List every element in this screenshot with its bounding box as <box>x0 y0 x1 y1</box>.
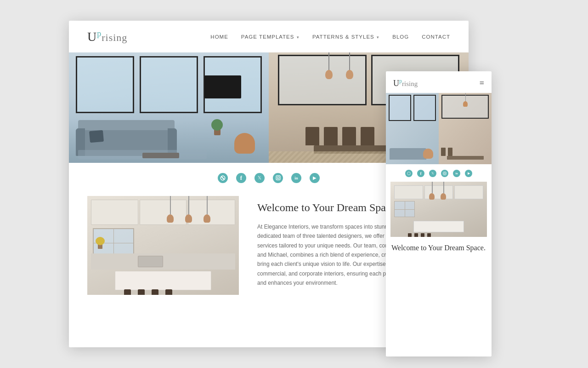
mobile-hero-right <box>439 93 492 164</box>
mobile-cabinet-3 <box>454 185 483 199</box>
nav-item-page-templates[interactable]: PAGE TEMPLATES ▾ <box>241 32 300 40</box>
mobile-twitter-icon[interactable]: 𝕏 <box>429 170 436 177</box>
nav-links: HOME PAGE TEMPLATES ▾ PATTERNS & STYLES … <box>210 32 450 40</box>
dropdown-arrow: ▾ <box>375 35 380 40</box>
wordpress-icon[interactable] <box>218 173 228 183</box>
mobile-logo-u: U <box>393 79 399 88</box>
mobile-wordpress-icon[interactable] <box>405 170 413 177</box>
nav-item-blog[interactable]: BLOG <box>392 32 409 40</box>
kitchen-image <box>87 196 239 295</box>
svg-point-4 <box>407 172 411 175</box>
mobile-youtube-icon[interactable]: ▶ <box>465 170 472 177</box>
mobile-logo[interactable]: Uprising <box>393 78 418 88</box>
mobile-upper-cabinets <box>394 185 483 199</box>
svg-point-3 <box>279 177 279 177</box>
mobile-navigation: Uprising ≡ <box>386 71 492 93</box>
mobile-mockup: Uprising ≡ <box>386 71 492 356</box>
instagram-icon[interactable] <box>273 173 283 183</box>
nav-link-page-templates[interactable]: PAGE TEMPLATES ▾ <box>241 34 300 40</box>
nav-item-patterns-styles[interactable]: PATTERNS & STYLES ▾ <box>312 32 379 40</box>
svg-rect-1 <box>276 176 280 180</box>
nav-link-patterns-styles[interactable]: PATTERNS & STYLES ▾ <box>312 34 379 40</box>
mobile-logo-rest: rising <box>402 80 418 87</box>
nav-link-blog[interactable]: BLOG <box>392 34 409 40</box>
mobile-hero-image <box>386 93 492 164</box>
logo-rest: rising <box>102 32 127 43</box>
nav-link-home[interactable]: HOME <box>210 34 228 40</box>
mobile-instagram-icon[interactable] <box>441 170 448 177</box>
nav-link-contact[interactable]: CONTACT <box>422 34 450 40</box>
mobile-facebook-icon[interactable]: f <box>417 170 424 177</box>
mobile-text-block: Welcome to Your Dream Space. <box>386 237 492 260</box>
mobile-chair <box>423 149 433 159</box>
mobile-sofa <box>390 148 426 160</box>
facebook-icon[interactable]: f <box>236 173 246 183</box>
mobile-social-row: f 𝕏 in ▶ <box>386 164 492 182</box>
dropdown-arrow: ▾ <box>295 35 300 40</box>
mobile-linkedin-icon[interactable]: in <box>453 170 460 177</box>
mobile-welcome-heading: Welcome to Your Dream Space. <box>391 243 486 253</box>
logo-p: p <box>97 29 102 38</box>
mobile-kitchen-image <box>390 182 487 237</box>
hamburger-menu-button[interactable]: ≡ <box>480 78 484 88</box>
youtube-icon[interactable]: ▶ <box>310 173 320 183</box>
linkedin-icon[interactable]: in <box>291 173 301 183</box>
nav-item-contact[interactable]: CONTACT <box>422 32 450 40</box>
svg-rect-5 <box>443 172 447 175</box>
mobile-cabinet-1 <box>394 185 423 199</box>
hero-image-living-room <box>69 52 269 163</box>
nav-item-home[interactable]: HOME <box>210 32 228 40</box>
svg-point-2 <box>277 177 279 179</box>
desktop-logo[interactable]: Uprising <box>87 29 127 44</box>
desktop-navigation: Uprising HOME PAGE TEMPLATES ▾ PATTERNS … <box>69 21 469 52</box>
svg-point-6 <box>444 172 445 174</box>
twitter-icon[interactable]: 𝕏 <box>254 173 265 183</box>
mobile-hero-left <box>386 93 439 164</box>
logo-u: U <box>87 29 97 44</box>
mobile-kitchen-island <box>413 221 464 232</box>
